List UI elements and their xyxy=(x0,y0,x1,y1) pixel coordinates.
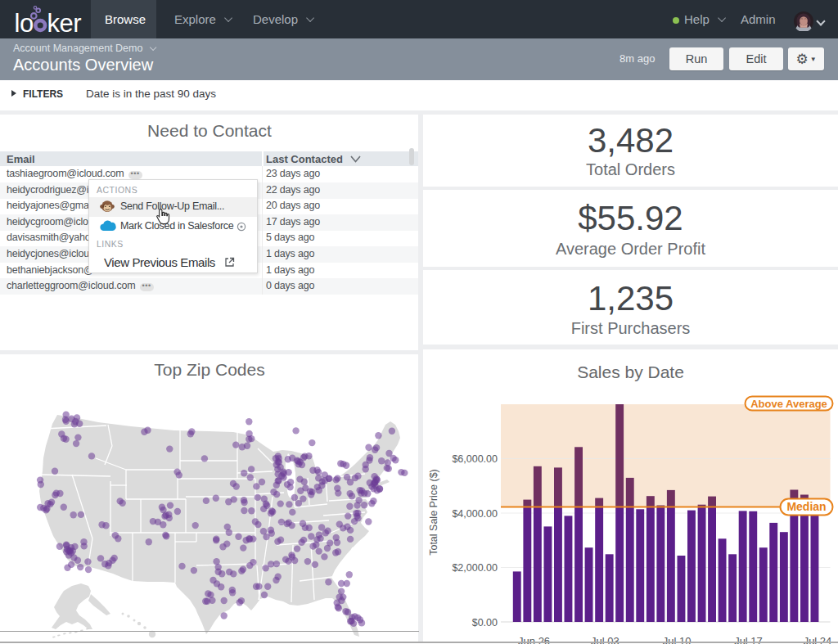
svg-text:$6,000.00: $6,000.00 xyxy=(452,453,498,465)
svg-text:$2,000.00: $2,000.00 xyxy=(452,562,498,574)
svg-text:Total Sale Price ($): Total Sale Price ($) xyxy=(428,469,439,556)
svg-text:Above Average: Above Average xyxy=(750,398,827,410)
svg-text:Median: Median xyxy=(786,500,826,513)
svg-text:$4,000.00: $4,000.00 xyxy=(452,508,498,520)
svg-text:$0.00: $0.00 xyxy=(472,617,498,628)
